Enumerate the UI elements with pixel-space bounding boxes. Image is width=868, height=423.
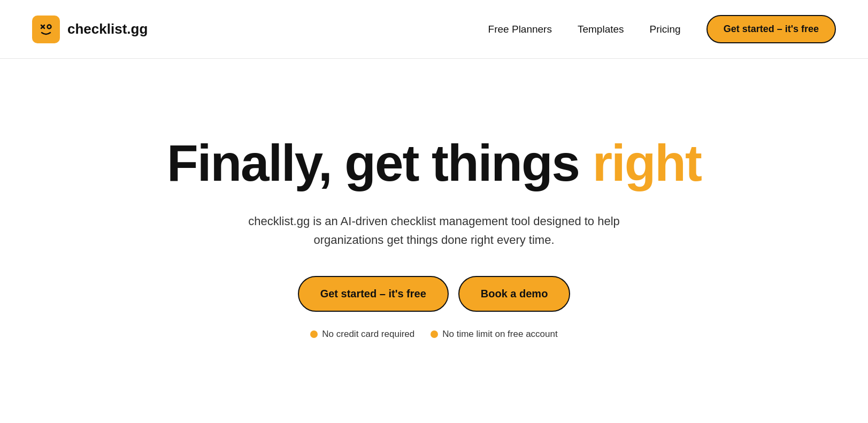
hero-badges: No credit card required No time limit on… — [310, 329, 557, 340]
hero-buttons: Get started – it's free Book a demo — [298, 276, 571, 312]
hero-title-text: Finally, get things — [167, 134, 593, 191]
hero-badge-no-time-limit: No time limit on free account — [431, 329, 557, 340]
hero-cta-secondary-button[interactable]: Book a demo — [458, 276, 571, 312]
hero-title-highlight: right — [593, 134, 701, 191]
logo-text: checklist.gg — [67, 21, 148, 37]
hero-section: Finally, get things right checklist.gg i… — [0, 59, 868, 406]
templates-link[interactable]: Templates — [578, 24, 624, 35]
nav-cta-button[interactable]: Get started – it's free — [706, 15, 836, 43]
badge-no-credit-card-text: No credit card required — [322, 329, 414, 340]
hero-cta-primary-button[interactable]: Get started – it's free — [298, 276, 449, 312]
navbar: checklist.gg Free Planners Templates Pri… — [0, 0, 868, 59]
nav-links: Free Planners Templates Pricing Get star… — [488, 15, 836, 43]
hero-subtitle: checklist.gg is an AI-driven checklist m… — [247, 212, 621, 249]
hero-badge-no-credit-card: No credit card required — [310, 329, 414, 340]
hero-title: Finally, get things right — [167, 136, 701, 190]
logo-icon — [32, 16, 60, 43]
badge-no-time-limit-text: No time limit on free account — [442, 329, 557, 340]
badge-dot-1 — [310, 330, 318, 338]
badge-dot-2 — [431, 330, 438, 338]
svg-rect-0 — [36, 20, 56, 39]
pricing-link[interactable]: Pricing — [650, 24, 681, 35]
free-planners-link[interactable]: Free Planners — [488, 24, 552, 35]
logo[interactable]: checklist.gg — [32, 16, 148, 43]
